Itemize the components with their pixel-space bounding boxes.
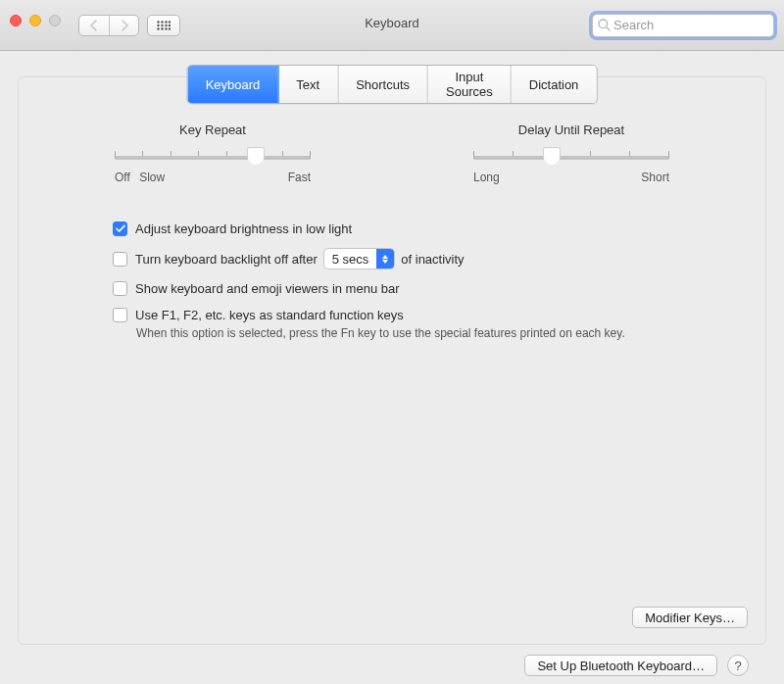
modifier-keys-button[interactable]: Modifier Keys… — [632, 607, 748, 628]
tab-keyboard[interactable]: Keyboard — [188, 66, 278, 103]
delay-until-repeat-label-long: Long — [473, 171, 500, 184]
chevron-right-icon — [121, 20, 128, 31]
nav-back-button[interactable] — [79, 16, 109, 35]
stepper-arrows-icon — [376, 249, 394, 269]
hint-fn-keys: When this option is selected, press the … — [136, 326, 707, 340]
delay-until-repeat-knob[interactable] — [543, 147, 561, 167]
checkbox-fn-keys[interactable] — [113, 308, 127, 322]
checkbox-show-viewers[interactable] — [113, 281, 127, 296]
label-adjust-brightness: Adjust keyboard brightness in low light — [135, 221, 352, 236]
preferences-panel: Keyboard Text Shortcuts Input Sources Di… — [18, 76, 766, 645]
checkmark-icon — [116, 224, 125, 233]
key-repeat-knob[interactable] — [247, 147, 265, 167]
delay-until-repeat-label-short: Short — [641, 171, 669, 184]
svg-point-11 — [169, 27, 171, 29]
zoom-window-button[interactable] — [49, 15, 61, 26]
key-repeat-label-slow: Slow — [139, 171, 165, 184]
svg-point-0 — [157, 21, 159, 23]
svg-point-7 — [169, 24, 171, 25]
key-repeat-label-off: Off — [115, 171, 130, 184]
show-all-button[interactable] — [147, 15, 180, 36]
nav-forward-button[interactable] — [109, 16, 138, 35]
window-controls — [10, 15, 61, 26]
chevron-left-icon — [90, 20, 98, 31]
grid-icon — [157, 21, 171, 30]
svg-point-6 — [165, 24, 167, 25]
svg-point-5 — [161, 24, 163, 25]
key-repeat-slider[interactable] — [115, 147, 311, 169]
tab-shortcuts[interactable]: Shortcuts — [337, 66, 427, 103]
svg-point-9 — [161, 27, 163, 29]
svg-point-1 — [161, 21, 163, 23]
tab-text[interactable]: Text — [277, 66, 337, 103]
label-backlight-off-after: of inactivity — [401, 252, 464, 267]
select-backlight-timeout-value: 5 secs — [324, 252, 377, 267]
delay-until-repeat-title: Delay Until Repeat — [473, 122, 669, 137]
tabs: Keyboard Text Shortcuts Input Sources Di… — [187, 65, 598, 104]
checkbox-backlight-off[interactable] — [113, 252, 127, 267]
nav-back-forward — [78, 15, 139, 36]
search-icon — [598, 19, 611, 31]
svg-point-2 — [165, 21, 167, 23]
setup-bluetooth-keyboard-button[interactable]: Set Up Bluetooth Keyboard… — [524, 655, 717, 676]
key-repeat-label-fast: Fast — [288, 171, 311, 184]
label-backlight-off-before: Turn keyboard backlight off after — [135, 252, 318, 267]
svg-point-10 — [165, 27, 167, 29]
tab-dictation[interactable]: Dictation — [511, 66, 597, 103]
key-repeat-slider-block: Key Repeat Off Slow — [115, 122, 311, 184]
delay-until-repeat-slider-block: Delay Until Repeat Long Short — [473, 122, 669, 184]
search-field-wrap[interactable] — [592, 14, 774, 37]
label-fn-keys: Use F1, F2, etc. keys as standard functi… — [135, 308, 404, 322]
help-button[interactable]: ? — [727, 655, 749, 676]
checkbox-adjust-brightness[interactable] — [113, 221, 127, 236]
svg-point-4 — [157, 24, 159, 25]
label-show-viewers: Show keyboard and emoji viewers in menu … — [135, 281, 400, 296]
toolbar: Keyboard — [0, 0, 784, 51]
close-window-button[interactable] — [10, 15, 22, 26]
minimize-window-button[interactable] — [29, 15, 41, 26]
svg-line-13 — [607, 27, 610, 30]
search-input[interactable] — [613, 18, 778, 32]
key-repeat-title: Key Repeat — [115, 122, 311, 137]
delay-until-repeat-slider[interactable] — [473, 147, 669, 169]
select-backlight-timeout[interactable]: 5 secs — [323, 248, 396, 269]
svg-point-8 — [157, 27, 159, 29]
svg-point-3 — [169, 21, 171, 23]
tab-input-sources[interactable]: Input Sources — [427, 66, 511, 103]
